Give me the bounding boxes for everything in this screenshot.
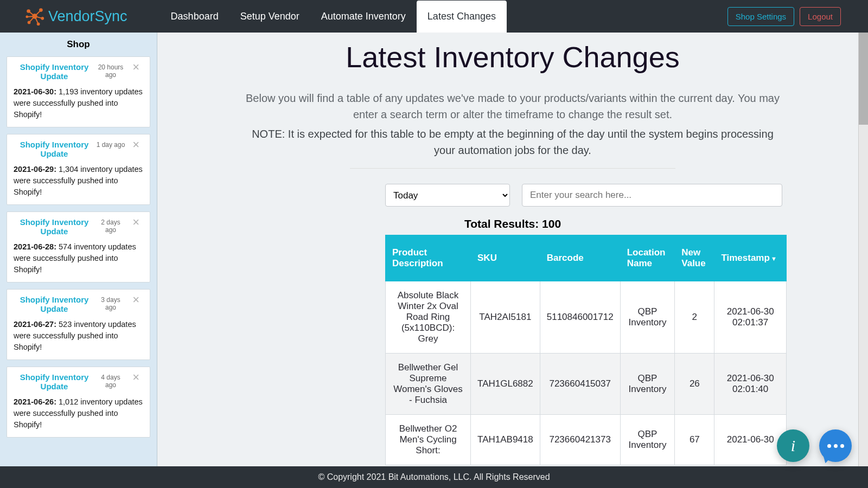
total-results-value: 100: [542, 217, 561, 230]
table-cell: TAH2AI5181: [471, 281, 540, 354]
scrollbar-thumb[interactable]: [859, 33, 868, 125]
close-icon[interactable]: ×: [126, 217, 139, 227]
column-header[interactable]: Location Name: [620, 235, 675, 281]
table-cell: TAH1GL6882: [471, 354, 540, 415]
notification-title[interactable]: Shopify Inventory Update: [14, 373, 95, 391]
close-icon[interactable]: ×: [126, 295, 139, 305]
nav-item-automate-inventory[interactable]: Automate Inventory: [310, 1, 417, 33]
sidebar-title: Shop: [7, 39, 150, 50]
info-icon: i: [791, 436, 795, 455]
notification-time: 20 hours ago: [95, 63, 126, 79]
column-header[interactable]: Barcode: [540, 235, 620, 281]
period-select[interactable]: Today: [385, 184, 510, 207]
table-cell: Bellwether O2 Men's Cycling Short:: [386, 415, 471, 465]
total-results-label: Total Results:: [464, 217, 542, 230]
notification-body: 2021-06-29: 1,304 inventory updates were…: [14, 164, 143, 198]
table-cell: 2021-06-30 02:01:37: [714, 281, 787, 354]
table-cell: 723660415037: [540, 354, 620, 415]
table-cell: 67: [675, 415, 714, 465]
chat-fab[interactable]: [819, 429, 852, 462]
divider: [350, 168, 675, 169]
table-cell: 5110846001712: [540, 281, 620, 354]
top-nav: VendorSync DashboardSetup VendorAutomate…: [0, 0, 868, 33]
column-header[interactable]: New Value: [675, 235, 714, 281]
notification-card: Shopify Inventory Update20 hours ago×202…: [7, 56, 150, 127]
svg-line-4: [35, 10, 41, 16]
controls-row: Today: [157, 184, 868, 207]
table-cell: 723660421373: [540, 415, 620, 465]
notification-card: Shopify Inventory Update3 days ago×2021-…: [7, 289, 150, 360]
notification-body: 2021-06-26: 1,012 inventory updates were…: [14, 396, 143, 431]
nav-item-latest-changes[interactable]: Latest Changes: [417, 1, 507, 33]
table-cell: Bellwether Gel Supreme Women's Gloves - …: [386, 354, 471, 415]
footer-text: © Copyright 2021 Bit Automations, LLC. A…: [318, 472, 550, 482]
nav-items: DashboardSetup VendorAutomate InventoryL…: [160, 1, 507, 33]
footer: © Copyright 2021 Bit Automations, LLC. A…: [0, 466, 868, 488]
total-results: Total Results: 100: [157, 217, 868, 230]
table-row: Bellwether Gel Supreme Women's Gloves - …: [386, 354, 787, 415]
column-header[interactable]: Product Description: [386, 235, 471, 281]
notification-body: 2021-06-27: 523 inventory updates were s…: [14, 319, 143, 353]
svg-line-12: [27, 16, 35, 17]
chat-icon: [827, 444, 844, 448]
page-note: NOTE: It is expected for this table to b…: [244, 126, 781, 158]
nav-item-setup-vendor[interactable]: Setup Vendor: [229, 1, 310, 33]
page-title: Latest Inventory Changes: [157, 40, 868, 74]
notification-title[interactable]: Shopify Inventory Update: [14, 295, 95, 313]
table-header-row: Product DescriptionSKUBarcodeLocation Na…: [386, 235, 787, 281]
notification-card: Shopify Inventory Update4 days ago×2021-…: [7, 367, 150, 438]
logo-icon: [24, 6, 45, 27]
search-input[interactable]: [522, 184, 782, 207]
svg-line-10: [29, 16, 35, 22]
notification-title[interactable]: Shopify Inventory Update: [14, 217, 95, 236]
notification-body: 2021-06-28: 574 inventory updates were s…: [14, 241, 143, 275]
table-cell: QBP Inventory: [620, 354, 675, 415]
notification-card: Shopify Inventory Update1 day ago×2021-0…: [7, 134, 150, 205]
notification-time: 3 days ago: [95, 296, 126, 311]
main-content: Latest Inventory Changes Below you will …: [157, 33, 868, 466]
column-header[interactable]: SKU: [471, 235, 540, 281]
close-icon[interactable]: ×: [126, 62, 139, 72]
close-icon[interactable]: ×: [126, 140, 139, 150]
notification-card: Shopify Inventory Update2 days ago×2021-…: [7, 211, 150, 282]
sidebar: Shop Shopify Inventory Update20 hours ag…: [0, 33, 157, 466]
table-cell: 2: [675, 281, 714, 354]
notification-time: 4 days ago: [95, 374, 126, 389]
logo[interactable]: VendorSync: [24, 6, 127, 27]
notification-body: 2021-06-30: 1,193 inventory updates were…: [14, 86, 143, 120]
table-row: Absolute Black Winter 2x Oval Road Ring …: [386, 281, 787, 354]
scrollbar[interactable]: [858, 33, 868, 466]
results-table: Product DescriptionSKUBarcodeLocation Na…: [385, 235, 787, 465]
notification-title[interactable]: Shopify Inventory Update: [14, 140, 95, 158]
table-row: Bellwether O2 Men's Cycling Short:TAH1AB…: [386, 415, 787, 465]
column-header[interactable]: Timestamp: [714, 235, 787, 281]
shop-settings-button[interactable]: Shop Settings: [727, 7, 794, 26]
nav-right: Shop Settings Logout: [727, 7, 841, 26]
table-cell: QBP Inventory: [620, 415, 675, 465]
table-cell: 2021-06-30 02:01:40: [714, 354, 787, 415]
logo-text: VendorSync: [48, 8, 127, 25]
nav-item-dashboard[interactable]: Dashboard: [160, 1, 229, 33]
table-cell: 2021-06-30: [714, 415, 787, 465]
table-cell: Absolute Black Winter 2x Oval Road Ring …: [386, 281, 471, 354]
close-icon[interactable]: ×: [126, 373, 139, 382]
page-lead: Below you will find a table of any updat…: [244, 90, 781, 123]
notification-time: 2 days ago: [95, 219, 126, 234]
svg-line-2: [29, 11, 35, 17]
notification-time: 1 day ago: [95, 141, 126, 149]
logout-button[interactable]: Logout: [800, 7, 841, 26]
table-cell: TAH1AB9418: [471, 415, 540, 465]
sort-desc-icon: [770, 253, 777, 263]
table-cell: 26: [675, 354, 714, 415]
notification-title[interactable]: Shopify Inventory Update: [14, 62, 95, 81]
table-cell: QBP Inventory: [620, 281, 675, 354]
info-fab[interactable]: i: [777, 429, 809, 462]
